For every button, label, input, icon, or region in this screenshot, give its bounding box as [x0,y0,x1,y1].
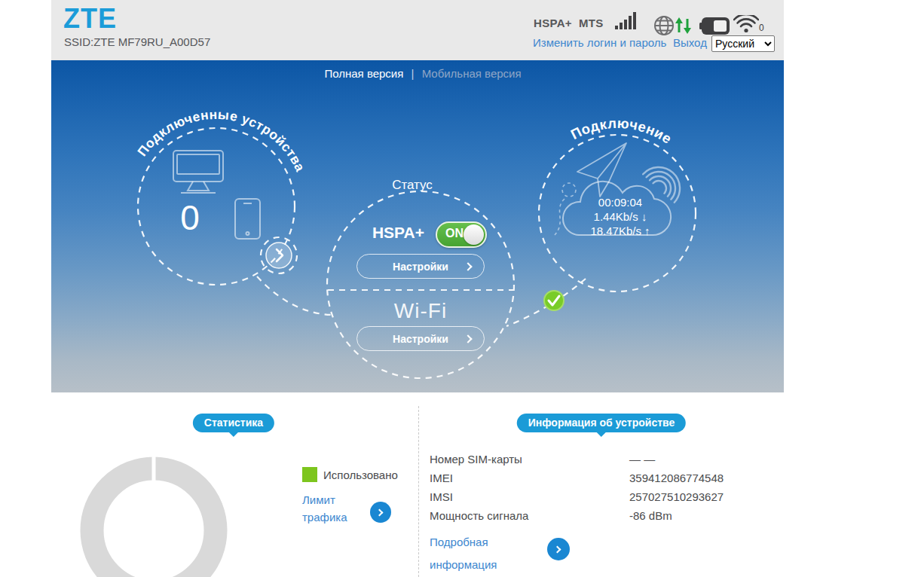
info-value: -86 dBm [629,506,672,525]
wifi-label: Wi-Fi [353,299,488,323]
header: ZTE SSID:ZTE MF79RU_A00D57 HSPA+ MTS [51,0,784,60]
traffic-limit-link[interactable]: Лимит трафика [302,491,356,526]
detail-info-link[interactable]: Подробная информация [430,531,528,576]
toggle-knob [464,224,484,245]
page: ZTE SSID:ZTE MF79RU_A00D57 HSPA+ MTS [0,0,924,577]
detail-info-button[interactable] [547,538,570,560]
traffic-limit-button[interactable] [370,502,391,523]
info-label: Номер SIM-карты [430,450,629,469]
info-value: 257027510293627 [629,487,724,506]
hspa-label: HSPA+ [334,224,424,242]
upload-speed: 18.47Kb/s ↑ [590,224,650,237]
mobile-data-toggle[interactable]: ON [436,221,487,248]
status-title: Статус [392,178,433,192]
dashboard-banner: Полная версия | Мобильная версия Подк [51,60,784,392]
network-settings-button[interactable]: Настройки [356,254,485,279]
info-label: Мощность сигнала [430,506,629,525]
zte-logo: ZTE [63,3,117,35]
ssid-label: SSID:ZTE MF79RU_A00D57 [64,35,210,48]
connection-check-icon [544,291,564,310]
toggle-state-label: ON [445,227,464,240]
statistics-badge: Статистика [193,414,274,432]
table-row: Номер SIM-карты — — [430,450,754,469]
table-row: IMEI 359412086774548 [430,469,754,487]
language-select[interactable]: Русский [711,35,775,52]
devices-title: Подключенные устройства [134,107,307,174]
svg-text:Подключение: Подключение [568,115,675,147]
logout-link[interactable]: Выход [673,36,707,49]
wifi-icon [733,15,759,35]
connection-title: Подключение [568,115,675,147]
bottom-section: Статистика Использовано Лимит трафика Ин… [51,392,784,577]
table-row: Мощность сигнала -86 dBm [430,506,754,525]
legend-used-swatch [302,467,317,482]
chevron-right-icon [376,508,384,516]
devices-count: 0 [180,198,200,237]
section-divider [418,406,419,577]
chevron-right-icon [554,545,561,553]
smartphone-icon [235,199,260,239]
globe-icon [653,14,695,37]
table-row: IMSI 257027510293627 [430,487,754,506]
devices-arrow-button[interactable] [266,243,292,268]
device-info-badge: Информация об устройстве [517,414,686,432]
uptime-value: 00:09:04 [598,196,642,209]
info-label: IMSI [430,487,629,506]
svg-text:Подключенные устройства: Подключенные устройства [134,107,307,174]
network-type-label: HSPA+ [534,17,572,29]
traffic-arrows-icon [675,17,691,34]
wifi-clients-count: 0 [759,23,764,33]
wifi-waves-icon [643,158,688,202]
signal-bars-icon [615,10,638,31]
operator-label: MTS [579,17,604,29]
change-login-link[interactable]: Изменить логин и пароль [533,36,666,49]
router-admin-app: ZTE SSID:ZTE MF79RU_A00D57 HSPA+ MTS [51,0,784,577]
info-label: IMEI [430,469,629,487]
info-value: — — [629,450,655,469]
device-info-table: Номер SIM-карты — — IMEI 359412086774548… [430,450,754,525]
battery-icon [699,17,731,35]
wifi-settings-button[interactable]: Настройки [356,326,485,351]
download-speed: 1.44Kb/s ↓ [594,210,647,223]
monitor-icon [173,151,223,193]
info-value: 359412086774548 [629,469,724,487]
legend-used-label: Использовано [323,469,398,481]
